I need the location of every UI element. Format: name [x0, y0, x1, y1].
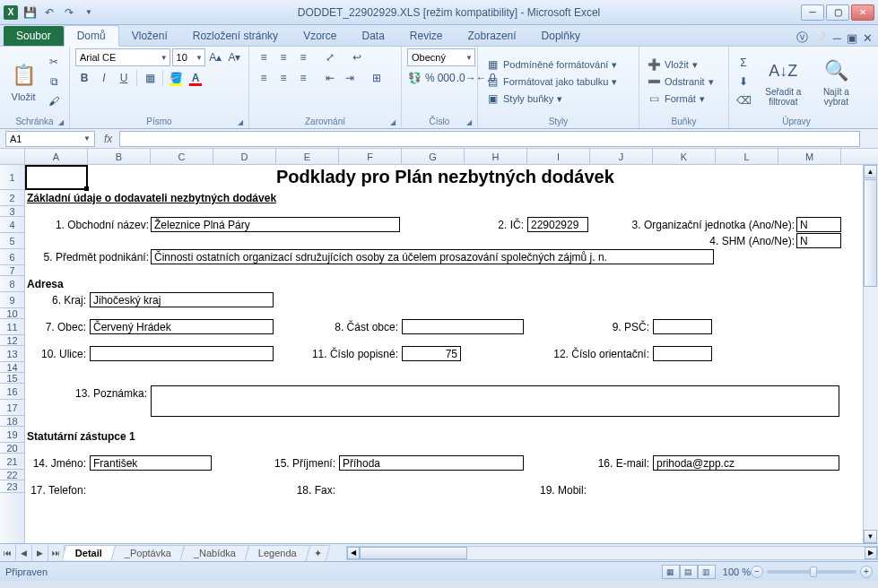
column-header[interactable]: H — [465, 149, 527, 164]
file-tab[interactable]: Soubor — [4, 26, 64, 46]
field-prijmeni[interactable]: Příhoda — [339, 455, 524, 471]
zoom-level[interactable]: 100 % — [723, 566, 751, 577]
field-poznamka[interactable] — [151, 385, 839, 417]
minimize-button[interactable]: ─ — [801, 4, 824, 21]
vscroll-thumb[interactable] — [864, 179, 877, 287]
number-launcher-icon[interactable]: ◢ — [466, 118, 472, 126]
italic-icon[interactable]: I — [95, 69, 113, 87]
delete-cells-button[interactable]: ➖Odstranit ▾ — [645, 74, 716, 90]
field-org[interactable]: N — [796, 217, 841, 232]
row-header[interactable]: 16 — [0, 384, 24, 400]
maximize-button[interactable]: ▢ — [826, 4, 849, 21]
number-format-select[interactable]: Obecný▼ — [407, 48, 475, 66]
scroll-up-icon[interactable]: ▲ — [864, 165, 877, 178]
row-header[interactable]: 15 — [0, 373, 24, 384]
paste-button[interactable]: 📋 Vložit — [5, 59, 41, 104]
zoom-slider[interactable] — [767, 570, 856, 574]
clear-icon[interactable]: ⌫ — [735, 91, 752, 109]
field-co[interactable] — [653, 346, 712, 361]
orientation-icon[interactable]: ⤢ — [321, 48, 339, 66]
font-launcher-icon[interactable]: ◢ — [238, 118, 243, 126]
column-header[interactable]: J — [590, 149, 653, 164]
grow-font-icon[interactable]: A▴ — [207, 48, 224, 66]
scroll-down-icon[interactable]: ▼ — [864, 530, 877, 543]
sheet-tab-legenda[interactable]: Legenda — [245, 545, 310, 560]
doc-minimize-icon[interactable]: ─ — [833, 31, 841, 45]
increase-indent-icon[interactable]: ⇥ — [341, 69, 359, 87]
row-header[interactable]: 3 — [0, 206, 24, 217]
column-header[interactable]: B — [88, 149, 151, 164]
increase-decimal-icon[interactable]: .0→ — [457, 69, 475, 87]
cells-grid[interactable]: Podklady pro Plán nezbytných dodávek Zák… — [25, 165, 878, 543]
fx-icon[interactable]: fx — [100, 133, 116, 145]
field-email[interactable]: prihoda@zpp.cz — [653, 455, 839, 471]
vertical-scrollbar[interactable]: ▲ ▼ — [863, 165, 878, 543]
align-right-icon[interactable]: ≡ — [294, 69, 312, 87]
align-left-icon[interactable]: ≡ — [255, 69, 273, 87]
comma-icon[interactable]: 000 — [438, 69, 456, 87]
help-icon[interactable]: ❔ — [813, 31, 828, 45]
view-page-break-icon[interactable]: ▥ — [698, 565, 716, 579]
row-header[interactable]: 14 — [0, 362, 24, 373]
percent-icon[interactable]: % — [424, 69, 436, 87]
doc-close-icon[interactable]: ✕ — [863, 31, 873, 45]
formula-input[interactable] — [119, 131, 860, 147]
field-jmeno[interactable]: František — [90, 455, 212, 471]
row-header[interactable]: 12 — [0, 335, 24, 346]
underline-icon[interactable]: U — [115, 69, 133, 87]
field-shm[interactable]: N — [796, 233, 841, 248]
column-header[interactable]: A — [25, 149, 88, 164]
sheet-tab-nabidka[interactable]: _Nabídka — [180, 545, 250, 560]
column-header[interactable]: G — [402, 149, 465, 164]
column-header[interactable]: M — [778, 149, 841, 164]
field-ic[interactable]: 22902929 — [527, 217, 588, 232]
cell-styles-button[interactable]: ▣Styly buňky ▾ — [483, 91, 619, 107]
row-header[interactable]: 9 — [0, 292, 24, 308]
row-header[interactable]: 5 — [0, 233, 24, 249]
row-header[interactable]: 18 — [0, 416, 24, 427]
sheet-tab-detail[interactable]: Detail — [62, 545, 117, 560]
column-header[interactable]: D — [213, 149, 276, 164]
wrap-text-icon[interactable]: ↩ — [348, 48, 366, 66]
redo-icon[interactable]: ↷ — [61, 4, 77, 21]
cut-icon[interactable]: ✂ — [45, 53, 63, 71]
undo-icon[interactable]: ↶ — [41, 4, 57, 21]
row-header[interactable]: 6 — [0, 249, 24, 265]
sheet-nav-first-icon[interactable]: ⏮ — [0, 545, 16, 561]
horizontal-scrollbar[interactable]: ◀ ▶ — [346, 546, 878, 560]
column-header[interactable]: F — [339, 149, 402, 164]
column-header[interactable]: K — [653, 149, 716, 164]
alignment-launcher-icon[interactable]: ◢ — [390, 118, 396, 126]
conditional-formatting-button[interactable]: ▦Podmíněné formátování ▾ — [483, 56, 619, 73]
tab-data[interactable]: Data — [349, 26, 396, 46]
column-header[interactable]: E — [276, 149, 339, 164]
row-header[interactable]: 23 — [0, 480, 24, 493]
zoom-in-button[interactable]: + — [860, 566, 873, 578]
currency-icon[interactable]: 💱 — [407, 69, 422, 87]
row-header[interactable]: 21 — [0, 454, 24, 470]
format-as-table-button[interactable]: ▤Formátovat jako tabulku ▾ — [483, 74, 619, 90]
column-header[interactable]: C — [151, 149, 213, 164]
column-header[interactable]: L — [716, 149, 778, 164]
row-header[interactable]: 2 — [0, 190, 24, 206]
format-painter-icon[interactable]: 🖌 — [45, 92, 63, 110]
close-button[interactable]: ✕ — [851, 4, 874, 21]
name-box[interactable]: A1▼ — [5, 131, 95, 147]
zoom-thumb[interactable] — [810, 566, 817, 577]
qat-dropdown-icon[interactable]: ▼ — [81, 4, 97, 21]
save-icon[interactable]: 💾 — [22, 4, 38, 21]
row-header[interactable]: 19 — [0, 427, 24, 443]
border-icon[interactable]: ▦ — [141, 69, 159, 87]
format-cells-button[interactable]: ▭Formát ▾ — [645, 91, 716, 107]
sheet-tab-poptavka[interactable]: _Poptávka — [111, 545, 186, 560]
row-header[interactable]: 8 — [0, 276, 24, 292]
sort-filter-button[interactable]: A↓Z Seřadit a filtrovat — [756, 55, 811, 108]
copy-icon[interactable]: ⧉ — [45, 73, 63, 91]
field-psc[interactable] — [653, 319, 712, 334]
shrink-font-icon[interactable]: A▾ — [226, 48, 243, 66]
column-header[interactable]: I — [527, 149, 590, 164]
align-center-icon[interactable]: ≡ — [274, 69, 292, 87]
decrease-indent-icon[interactable]: ⇤ — [321, 69, 339, 87]
font-name-select[interactable]: Arial CE▼ — [75, 48, 170, 66]
fill-icon[interactable]: ⬇ — [735, 73, 752, 91]
